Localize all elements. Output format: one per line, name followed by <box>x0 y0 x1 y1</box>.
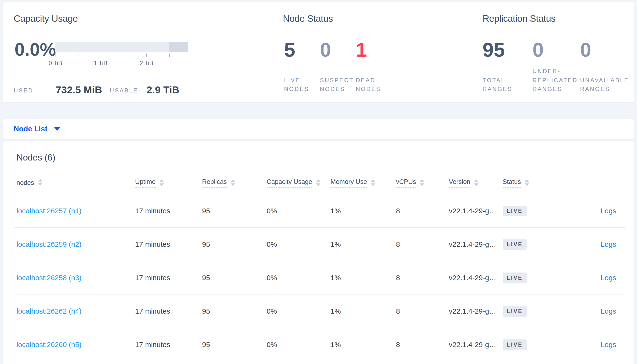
column-header-uptime[interactable]: Uptime <box>135 178 202 188</box>
status-badge: LIVE <box>503 206 527 216</box>
dead-nodes-metric: 1 DEAD NODES <box>356 40 394 94</box>
live-nodes-value: 5 <box>284 40 320 60</box>
nodes-table-body: localhost:26257 (n1) 17 minutes 95 0% 1%… <box>3 194 634 361</box>
capacity-percent-value: 0.0% <box>15 40 56 58</box>
view-selector-bar: Node List <box>3 119 634 139</box>
sort-icon[interactable] <box>420 179 424 188</box>
capacity-usage-cell: 0% <box>267 240 331 248</box>
logs-link[interactable]: Logs <box>601 207 616 215</box>
capacity-usage-cell: 0% <box>267 340 331 349</box>
tick-label: 2 TiB <box>140 60 153 67</box>
status-badge: LIVE <box>503 272 527 283</box>
column-header-vcpus[interactable]: vCPUs <box>396 178 449 188</box>
column-header-label: Uptime <box>135 178 156 188</box>
table-row: localhost:26258 (n3) 17 minutes 95 0% 1%… <box>3 261 634 294</box>
node-status-title: Node Status <box>283 14 333 24</box>
live-nodes-label: LIVE NODES <box>284 76 320 94</box>
table-row: localhost:26260 (n5) 17 minutes 95 0% 1%… <box>3 328 634 361</box>
replicas-cell: 95 <box>202 307 267 315</box>
memory-use-cell: 1% <box>331 340 396 349</box>
node-link[interactable]: localhost:26258 (n3) <box>17 274 82 282</box>
tick-label: 1 TiB <box>94 60 107 67</box>
memory-use-cell: 1% <box>331 240 396 248</box>
vcpus-cell: 8 <box>396 240 449 248</box>
total-ranges-metric: 95 TOTAL RANGES <box>483 40 530 94</box>
node-link[interactable]: localhost:26262 (n4) <box>17 307 82 315</box>
capacity-bar <box>55 42 188 52</box>
sort-icon[interactable] <box>159 179 164 188</box>
column-header-version[interactable]: Version <box>449 178 503 188</box>
replicas-cell: 95 <box>202 240 267 248</box>
memory-use-cell: 1% <box>331 274 396 282</box>
vcpus-cell: 8 <box>396 207 449 215</box>
column-header-label: Status <box>503 178 521 188</box>
usable-label: USABLE <box>110 87 138 94</box>
unavailable-ranges-metric: 0 UNAVAILABLE RANGES <box>580 40 635 94</box>
capacity-bar-chart: 0 TiB 1 TiB 2 TiB <box>55 42 188 68</box>
capacity-usage-title: Capacity Usage <box>14 14 78 24</box>
column-header-nodes[interactable]: nodes <box>3 179 135 188</box>
live-nodes-metric: 5 LIVE NODES <box>284 40 320 94</box>
sort-icon[interactable] <box>474 179 478 188</box>
version-cell: v22.1.4-29-g… <box>449 240 503 248</box>
status-badge: LIVE <box>503 340 527 350</box>
dead-nodes-value: 1 <box>356 40 394 60</box>
logs-link[interactable]: Logs <box>601 307 616 315</box>
capacity-usage-cell: 0% <box>267 307 331 315</box>
logs-link[interactable]: Logs <box>601 340 616 348</box>
sort-icon[interactable] <box>231 179 235 188</box>
under-replicated-ranges-metric: 0 UNDER-REPLICATED RANGES <box>532 40 581 94</box>
sort-icon[interactable] <box>316 179 321 188</box>
sort-icon[interactable] <box>38 179 42 188</box>
table-row: localhost:26259 (n2) 17 minutes 95 0% 1%… <box>3 228 634 261</box>
used-label: USED <box>14 87 34 94</box>
replicas-cell: 95 <box>202 274 267 282</box>
node-status-section: Node Status 5 LIVE NODES 0 SUSPECT NODES… <box>283 2 469 102</box>
column-header-capacity-usage[interactable]: Capacity Usage <box>267 178 331 188</box>
nodes-table-title: Nodes (6) <box>17 152 55 163</box>
uptime-cell: 17 minutes <box>135 274 202 282</box>
chevron-down-icon[interactable] <box>54 127 60 131</box>
total-ranges-label: TOTAL RANGES <box>483 76 530 94</box>
uptime-cell: 17 minutes <box>135 207 202 215</box>
tick-mark <box>169 54 170 57</box>
capacity-bar-reserved-segment <box>169 42 188 52</box>
column-header-label: Replicas <box>202 178 227 188</box>
node-list-dropdown[interactable]: Node List <box>14 125 47 133</box>
tick-label: 0 TiB <box>49 60 62 67</box>
sort-icon[interactable] <box>371 179 375 188</box>
version-cell: v22.1.4-29-g… <box>449 340 503 349</box>
table-header-row: nodes Uptime Replicas Capacity Usage Mem… <box>3 172 634 194</box>
logs-link[interactable]: Logs <box>601 240 616 248</box>
vcpus-cell: 8 <box>396 274 449 282</box>
node-link[interactable]: localhost:26257 (n1) <box>17 207 82 215</box>
column-header-label: Capacity Usage <box>267 178 312 188</box>
total-ranges-value: 95 <box>483 40 530 60</box>
dead-nodes-label: DEAD NODES <box>356 76 394 94</box>
cluster-summary-card: Capacity Usage 0.0% 0 TiB 1 TiB 2 TiB US… <box>3 2 634 102</box>
node-link[interactable]: localhost:26259 (n2) <box>17 240 82 248</box>
tick-mark <box>101 54 101 57</box>
version-cell: v22.1.4-29-g… <box>449 274 503 282</box>
node-link[interactable]: localhost:26260 (n5) <box>17 340 82 348</box>
replication-status-title: Replication Status <box>483 14 555 24</box>
memory-use-cell: 1% <box>331 307 396 315</box>
uptime-cell: 17 minutes <box>135 340 202 349</box>
suspect-nodes-metric: 0 SUSPECT NODES <box>320 40 356 94</box>
column-header-memory-use[interactable]: Memory Use <box>331 178 396 188</box>
tick-mark <box>78 54 78 57</box>
column-header-status[interactable]: Status <box>503 178 562 188</box>
column-header-replicas[interactable]: Replicas <box>202 178 267 188</box>
version-cell: v22.1.4-29-g… <box>449 307 503 315</box>
suspect-nodes-value: 0 <box>320 40 356 60</box>
replicas-cell: 95 <box>202 207 267 215</box>
version-cell: v22.1.4-29-g… <box>449 207 503 215</box>
column-header-label: Version <box>449 178 470 188</box>
under-replicated-ranges-value: 0 <box>532 40 581 60</box>
usable-value: 2.9 TiB <box>147 84 179 96</box>
column-header-label: Memory Use <box>331 178 367 188</box>
tick-mark <box>55 54 56 57</box>
logs-link[interactable]: Logs <box>601 274 616 282</box>
sort-icon[interactable] <box>525 179 529 188</box>
column-header-label: nodes <box>17 179 34 188</box>
